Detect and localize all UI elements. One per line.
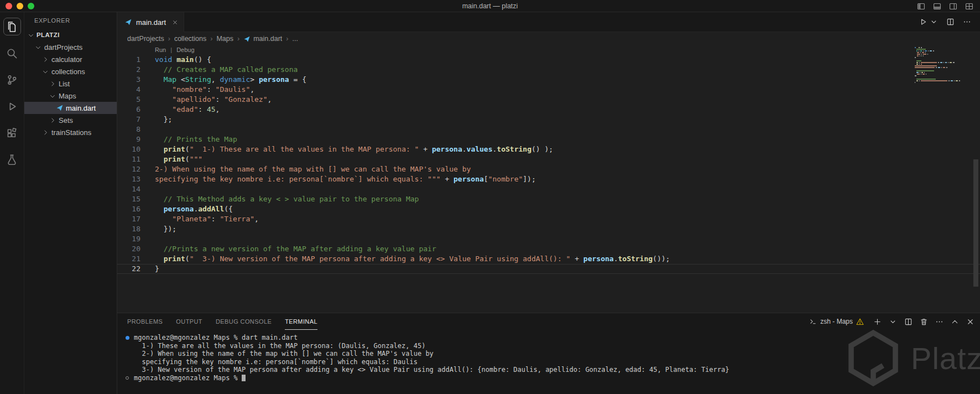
tree-item-label: Sets <box>59 116 73 125</box>
split-terminal-button[interactable] <box>904 318 913 326</box>
panel-tab-output[interactable]: OUTPUT <box>176 313 202 330</box>
toggle-secondary-sidebar-button[interactable] <box>949 2 957 11</box>
explorer-icon[interactable] <box>3 18 21 35</box>
codelens-debug-link[interactable]: Debug <box>176 46 194 53</box>
panel-tab-debug-console[interactable]: DEBUG CONSOLE <box>216 313 272 330</box>
code-line[interactable]: 1void main() { <box>117 55 980 65</box>
new-terminal-button[interactable] <box>873 318 882 326</box>
code-text: specifying the key nombre i.e: persona[`… <box>140 174 536 184</box>
minimap[interactable] <box>915 47 968 84</box>
editor[interactable]: Run | Debug 1void main() {2 // Creates a… <box>117 45 980 313</box>
tab-main-dart[interactable]: main.dart <box>117 12 184 32</box>
section-label: PLATZI <box>37 32 60 38</box>
code-line[interactable]: 7 }; <box>117 115 980 125</box>
code-line[interactable]: 17 "Planeta": "Tierra", <box>117 214 980 224</box>
minimap-line <box>915 74 968 75</box>
tree-item-list[interactable]: List <box>24 77 117 90</box>
panel-actions: zsh - Maps <box>809 318 974 326</box>
explorer-section-platzi[interactable]: PLATZI <box>24 29 117 41</box>
panel-tab-problems[interactable]: PROBLEMS <box>127 313 163 330</box>
toggle-panel-button[interactable] <box>933 2 941 11</box>
breadcrumb-item-collections[interactable]: collections <box>174 35 206 43</box>
code-line[interactable]: 20 //Prints a new version of the MAP aft… <box>117 244 980 254</box>
code-line[interactable]: 11 print(""" <box>117 154 980 164</box>
source-control-icon[interactable] <box>3 71 21 89</box>
code-line[interactable]: 18 }); <box>117 224 980 234</box>
explorer-title: EXPLORER <box>34 17 70 24</box>
testing-icon[interactable] <box>3 151 21 168</box>
code-line[interactable]: 2 // Creates a MAP called persona <box>117 65 980 75</box>
search-icon[interactable] <box>3 44 21 62</box>
code-line[interactable]: 19 <box>117 234 980 244</box>
code-line[interactable]: 21 print(" 3-) New version of the MAP pe… <box>117 254 980 264</box>
run-or-debug-button[interactable] <box>919 18 927 26</box>
run-dropdown-button[interactable] <box>930 18 938 26</box>
tree-item-label: dartProjects <box>44 43 82 51</box>
panel-tab-terminal[interactable]: TERMINAL <box>285 313 317 330</box>
tree-item-main-dart[interactable]: main.dart <box>24 102 117 114</box>
chevron-right-icon <box>41 56 50 63</box>
chevron-right-icon <box>48 117 57 124</box>
code-line[interactable]: 5 "apellido": "Gonzalez", <box>117 95 980 105</box>
code-line[interactable]: 3 Map <String, dynamic> persona = { <box>117 75 980 85</box>
code-text <box>140 125 155 134</box>
tree-item-calculator[interactable]: calculator <box>24 53 117 65</box>
code-line[interactable]: 16 persona.addAll({ <box>117 204 980 214</box>
line-number: 5 <box>117 95 140 105</box>
explorer-header: EXPLORER <box>24 12 117 29</box>
code-text: "Planeta": "Tierra", <box>140 214 259 224</box>
breadcrumb-item--[interactable]: ... <box>292 35 298 43</box>
editor-scrollbar[interactable] <box>973 159 978 287</box>
tree-item-trainstations[interactable]: trainStations <box>24 126 117 138</box>
code-line[interactable]: 9 // Prints the Map <box>117 134 980 144</box>
tree-item-collections[interactable]: collections <box>24 65 117 77</box>
breadcrumb-item-dartprojects[interactable]: dartProjects <box>127 35 164 43</box>
code-text: Map <String, dynamic> persona = { <box>140 75 306 85</box>
split-editor-button[interactable] <box>946 18 955 26</box>
minimap-line <box>915 69 968 70</box>
terminal-select[interactable]: zsh - Maps <box>809 318 864 325</box>
code-line[interactable]: 8 <box>117 125 980 134</box>
code-text: print(" 3-) New version of the MAP perso… <box>140 254 670 264</box>
terminal-more-actions-button[interactable] <box>935 318 943 326</box>
kill-terminal-button[interactable] <box>920 318 928 326</box>
maximize-panel-button[interactable] <box>951 318 959 326</box>
tree-item-sets[interactable]: Sets <box>24 114 117 126</box>
close-tab-icon[interactable] <box>172 19 178 25</box>
tree-item-maps[interactable]: Maps <box>24 90 117 102</box>
toggle-primary-sidebar-button[interactable] <box>917 2 925 11</box>
breadcrumb-separator: › <box>168 35 170 43</box>
extensions-icon[interactable] <box>3 124 21 142</box>
minimap-line <box>915 72 968 73</box>
close-panel-button[interactable] <box>966 318 974 326</box>
breadcrumb-separator: › <box>286 35 288 43</box>
minimap-line <box>915 70 968 71</box>
code-line[interactable]: 4 "nombre": "Daulis", <box>117 85 980 95</box>
chevron-down-small-icon <box>930 18 938 26</box>
editor-more-actions-button[interactable] <box>963 18 971 26</box>
breadcrumb-item-main-dart[interactable]: main.dart <box>243 35 282 43</box>
code-line[interactable]: 14 <box>117 184 980 194</box>
launch-profile-dropdown-button[interactable] <box>889 318 897 326</box>
minimap-line <box>915 64 968 65</box>
customize-layout-button[interactable] <box>965 2 973 11</box>
terminal-line: 3-) New version of the MAP persona after… <box>125 366 980 374</box>
play-icon <box>919 18 927 26</box>
minimap-line <box>915 49 968 50</box>
terminal-line: 1-) These are all the values in the MAP … <box>125 342 980 350</box>
line-number: 18 <box>117 224 140 234</box>
code-line[interactable]: 22} <box>117 264 980 274</box>
breadcrumb-item-maps[interactable]: Maps <box>216 35 233 43</box>
run-debug-icon[interactable] <box>3 97 21 115</box>
terminal-output[interactable]: mgonzalez@mgonzalez Maps % dart main.dar… <box>117 330 980 394</box>
chevron-right-icon <box>48 80 57 87</box>
tree-item-dartprojects[interactable]: dartProjects <box>24 41 117 53</box>
breadcrumb: dartProjects›collections›Maps›main.dart›… <box>117 32 980 45</box>
minimap-line <box>915 59 968 60</box>
codelens-run-link[interactable]: Run <box>155 46 166 53</box>
code-line[interactable]: 13specifying the key nombre i.e: persona… <box>117 174 980 184</box>
code-line[interactable]: 122-) When using the name of the map wit… <box>117 164 980 174</box>
code-line[interactable]: 6 "edad": 45, <box>117 105 980 115</box>
code-line[interactable]: 15 // This Method adds a key < > value p… <box>117 194 980 204</box>
code-line[interactable]: 10 print(" 1-) These are all the values … <box>117 144 980 154</box>
